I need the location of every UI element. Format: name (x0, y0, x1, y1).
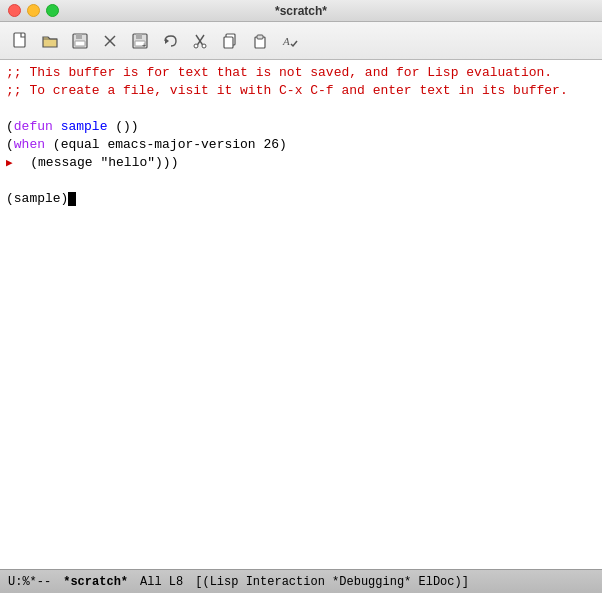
arrow-indicator: ▶ (6, 154, 13, 172)
editor-area[interactable]: ;; This buffer is for text that is not s… (0, 60, 602, 569)
maximize-window-button[interactable] (46, 4, 59, 17)
editor-line-1: ;; This buffer is for text that is not s… (6, 64, 596, 82)
svg-marker-10 (165, 38, 169, 44)
svg-point-14 (202, 44, 206, 48)
paste-button[interactable] (246, 27, 274, 55)
spell-button[interactable]: A (276, 27, 304, 55)
svg-rect-0 (14, 33, 25, 47)
svg-rect-3 (75, 41, 85, 46)
editor-line-5: (when (equal emacs-major-version 26) (6, 136, 596, 154)
editor-line-3 (6, 100, 596, 118)
editor-line-6: ▶ (message "hello"))) (6, 154, 596, 172)
editor-line-2: ;; To create a file, visit it with C-x C… (6, 82, 596, 100)
svg-rect-16 (224, 37, 233, 48)
toolbar: + A (0, 22, 602, 60)
status-position: All L8 (140, 575, 183, 589)
close-button[interactable] (96, 27, 124, 55)
copy-button[interactable] (216, 27, 244, 55)
new-file-button[interactable] (6, 27, 34, 55)
editor-line-7 (6, 172, 596, 190)
svg-rect-2 (76, 34, 82, 39)
status-minor-modes: [(Lisp Interaction *Debugging* ElDoc)] (195, 575, 469, 589)
svg-text:+: + (142, 42, 146, 49)
title-bar: *scratch* (0, 0, 602, 22)
window-title: *scratch* (275, 4, 327, 18)
text-cursor (68, 192, 76, 206)
status-bar: U:%*-- *scratch* All L8 [(Lisp Interacti… (0, 569, 602, 593)
close-window-button[interactable] (8, 4, 21, 17)
svg-text:A: A (282, 35, 290, 47)
svg-point-13 (194, 44, 198, 48)
status-file-state: U:%*-- (8, 575, 51, 589)
editor-line-8: (sample) (6, 190, 596, 208)
status-buffer-name: *scratch* (63, 575, 128, 589)
window-controls[interactable] (8, 4, 59, 17)
save-file-button[interactable] (66, 27, 94, 55)
editor-line-4: (defun sample ()) (6, 118, 596, 136)
save-as-button[interactable]: + (126, 27, 154, 55)
undo-button[interactable] (156, 27, 184, 55)
open-file-button[interactable] (36, 27, 64, 55)
minimize-window-button[interactable] (27, 4, 40, 17)
svg-rect-7 (136, 34, 142, 39)
svg-rect-18 (257, 35, 263, 39)
cut-button[interactable] (186, 27, 214, 55)
